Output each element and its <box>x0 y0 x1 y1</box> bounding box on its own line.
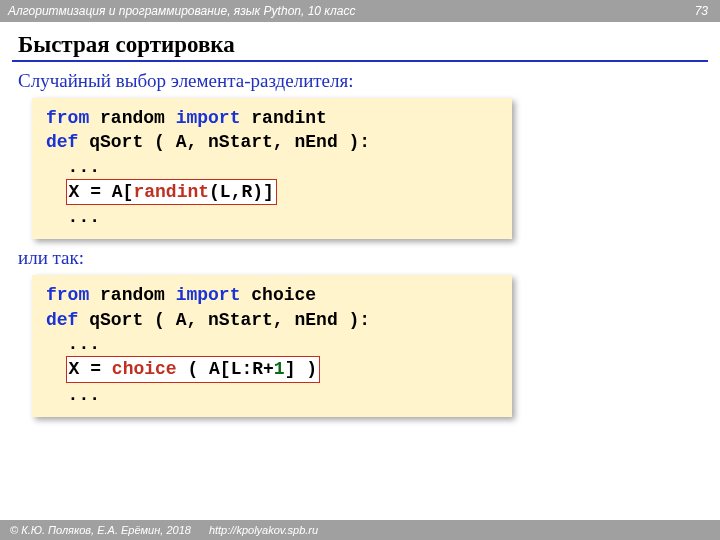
section-heading-1: Случайный выбор элемента-разделителя: <box>18 70 720 92</box>
footer-bar: © К.Ю. Поляков, Е.А. Ерёмин, 2018 http:/… <box>0 520 720 540</box>
literal-one: 1 <box>274 359 285 379</box>
import-name: choice <box>251 285 316 305</box>
xeq: X = <box>69 359 112 379</box>
func-name: qSort <box>89 310 143 330</box>
kw-from: from <box>46 108 89 128</box>
header-bar: Алгоритмизация и программирование, язык … <box>0 0 720 22</box>
kw-from: from <box>46 285 89 305</box>
kw-import: import <box>176 285 241 305</box>
slice-open: ( A[L:R+ <box>177 359 274 379</box>
params: ( A, nStart, nEnd ): <box>154 310 370 330</box>
highlight-line-1: X = A[randint(L,R)] <box>66 179 277 205</box>
slice-close: ] ) <box>285 359 317 379</box>
params: ( A, nStart, nEnd ): <box>154 132 370 152</box>
func-name: qSort <box>89 132 143 152</box>
kw-def: def <box>46 310 78 330</box>
module-name: random <box>100 285 165 305</box>
page-title: Быстрая сортировка <box>18 32 720 58</box>
ellipsis: ... <box>68 157 100 177</box>
ellipsis: ... <box>68 334 100 354</box>
page-number: 73 <box>695 4 708 18</box>
highlight-line-2: X = choice ( A[L:R+1] ) <box>66 356 320 382</box>
copyright-text: © К.Ю. Поляков, Е.А. Ерёмин, 2018 <box>10 524 191 536</box>
module-name: random <box>100 108 165 128</box>
call-randint: randint <box>133 182 209 202</box>
footer-url: http://kpolyakov.spb.ru <box>209 524 318 536</box>
ellipsis: ... <box>68 385 100 405</box>
kw-def: def <box>46 132 78 152</box>
xeq: X = A[ <box>69 182 134 202</box>
kw-import: import <box>176 108 241 128</box>
call-choice: choice <box>112 359 177 379</box>
section-heading-2: или так: <box>18 247 720 269</box>
ellipsis: ... <box>68 207 100 227</box>
code-block-2: from random import choice def qSort ( A,… <box>32 275 512 416</box>
call-args: (L,R)] <box>209 182 274 202</box>
header-subject: Алгоритмизация и программирование, язык … <box>8 4 355 18</box>
import-name: randint <box>251 108 327 128</box>
title-rule <box>12 60 708 62</box>
code-block-1: from random import randint def qSort ( A… <box>32 98 512 239</box>
